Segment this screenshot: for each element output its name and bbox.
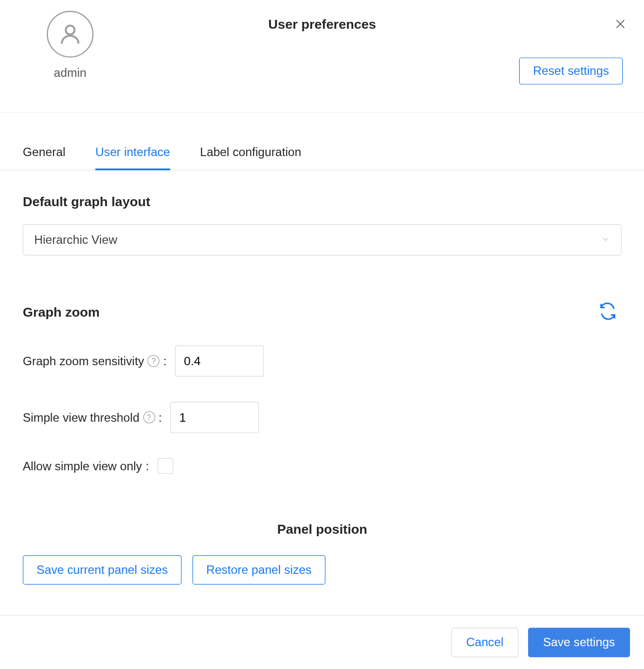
avatar-icon [47,11,93,57]
dialog-title: User preferences [268,17,376,32]
close-icon [614,17,627,31]
chevron-down-icon [600,233,610,247]
reset-zoom-button[interactable] [594,297,622,328]
help-icon[interactable]: ? [148,355,160,367]
tab-content: Default graph layout Hierarchic View Gra… [0,170,644,585]
tabs: General User interface Label configurati… [0,137,644,170]
refresh-icon [599,302,617,320]
save-panel-sizes-button[interactable]: Save current panel sizes [23,555,182,584]
tab-label-configuration[interactable]: Label configuration [200,137,302,170]
panel-position-section: Panel position Save current panel sizes … [23,522,622,585]
tab-general[interactable]: General [23,137,65,170]
allow-simple-view-checkbox[interactable] [158,458,173,473]
allow-simple-view-row: Allow simple view only : [23,458,622,473]
default-graph-layout-select[interactable]: Hierarchic View [23,224,622,256]
tab-user-interface[interactable]: User interface [96,137,170,170]
simple-view-threshold-input[interactable] [170,402,259,433]
svg-point-0 [66,26,75,35]
cancel-button[interactable]: Cancel [451,628,519,657]
zoom-sensitivity-label: Graph zoom sensitivity [23,354,144,368]
graph-zoom-title: Graph zoom [23,305,100,320]
reset-settings-button[interactable]: Reset settings [519,57,623,84]
default-graph-layout-value: Hierarchic View [34,233,117,247]
default-graph-layout-title: Default graph layout [23,194,622,210]
allow-simple-view-label: Allow simple view only [23,459,142,473]
dialog-footer: Cancel Save settings [0,615,644,669]
zoom-sensitivity-row: Graph zoom sensitivity ? : [23,345,622,377]
restore-panel-sizes-button[interactable]: Restore panel sizes [192,555,325,584]
username-label: admin [54,66,87,80]
dialog-header: admin User preferences Reset settings [0,0,644,112]
close-button[interactable] [612,15,629,32]
zoom-sensitivity-input[interactable] [175,345,264,377]
user-block: admin [47,11,93,80]
simple-view-threshold-row: Simple view threshold ? : [23,402,622,433]
user-preferences-dialog: admin User preferences Reset settings Ge… [0,0,644,669]
help-icon[interactable]: ? [143,411,155,423]
panel-position-title: Panel position [23,522,622,537]
simple-view-threshold-label: Simple view threshold [23,410,139,424]
save-settings-button[interactable]: Save settings [528,628,630,657]
